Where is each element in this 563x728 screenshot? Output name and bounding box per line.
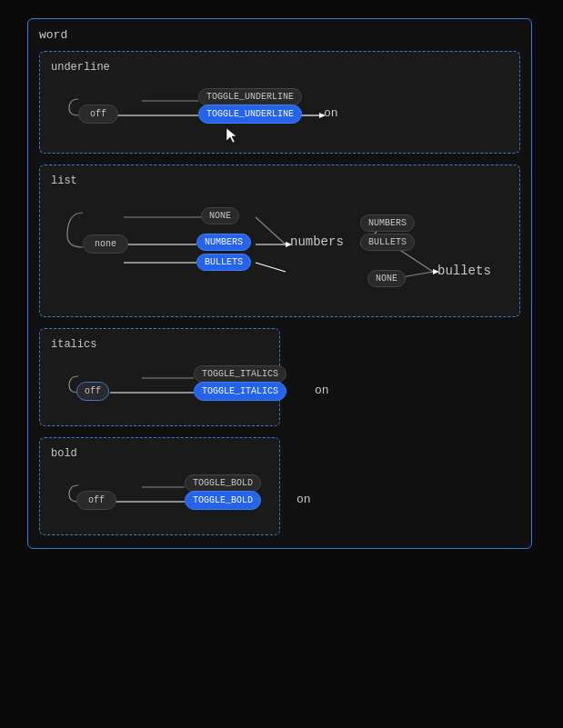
underline-box: underline TOGGLE_UNDERLINE off: [39, 51, 520, 154]
none-dark-node: NONE: [201, 207, 239, 224]
toggle-bold-bottom: TOGGLE_BOLD: [185, 491, 261, 510]
bullets-text-node: bullets: [437, 264, 491, 278]
bold-title: bold: [51, 447, 268, 460]
outer-container: word underline TOGGLE_UNDERLINE: [27, 18, 532, 549]
svg-marker-4: [226, 128, 236, 143]
underline-title: underline: [51, 61, 508, 74]
none-node: none: [83, 234, 128, 254]
on-node-underline: on: [324, 106, 338, 120]
toggle-bold-top: TOGGLE_BOLD: [185, 474, 261, 492]
cursor: [226, 128, 237, 147]
numbers-blue-node: NUMBERS: [196, 234, 251, 251]
off-node-bold: off: [76, 491, 116, 510]
list-box: list: [39, 165, 520, 317]
italics-diagram: TOGGLE_ITALICS off TOGGLE_ITALICS on: [51, 358, 268, 413]
off-node-underline: off: [78, 105, 118, 124]
italics-box: italics TOGGLE_ITALICS off TOGGLE_ITALIC…: [39, 328, 280, 426]
outer-title: word: [39, 28, 520, 42]
list-diagram: none NONE NUMBERS BULLETS numbers NUMBER…: [51, 194, 508, 304]
on-node-bold: on: [297, 493, 311, 506]
bullets-blue-node: BULLETS: [196, 254, 251, 271]
toggle-underline-top: TOGGLE_UNDERLINE: [198, 88, 302, 105]
on-node-italics: on: [315, 384, 329, 397]
none-bottom-right: NONE: [367, 270, 406, 287]
toggle-underline-bottom: TOGGLE_UNDERLINE: [198, 105, 302, 124]
svg-line-8: [256, 217, 286, 244]
toggle-italics-bottom: TOGGLE_ITALICS: [194, 382, 287, 401]
numbers-dark-right: NUMBERS: [360, 214, 415, 232]
underline-diagram: TOGGLE_UNDERLINE off TOGGLE_UNDERLINE on: [51, 81, 508, 140]
italics-title: italics: [51, 338, 268, 351]
list-title: list: [51, 175, 508, 187]
numbers-text-node: numbers: [290, 234, 344, 249]
bold-box: bold TOGGLE_BOLD off TOGGLE_BOLD: [39, 437, 280, 535]
toggle-italics-top: TOGGLE_ITALICS: [194, 365, 287, 383]
svg-line-13: [256, 263, 286, 272]
bold-diagram: TOGGLE_BOLD off TOGGLE_BOLD on: [51, 467, 268, 522]
off-node-italics: off: [76, 382, 109, 401]
bullets-dark-right: BULLETS: [360, 234, 415, 251]
